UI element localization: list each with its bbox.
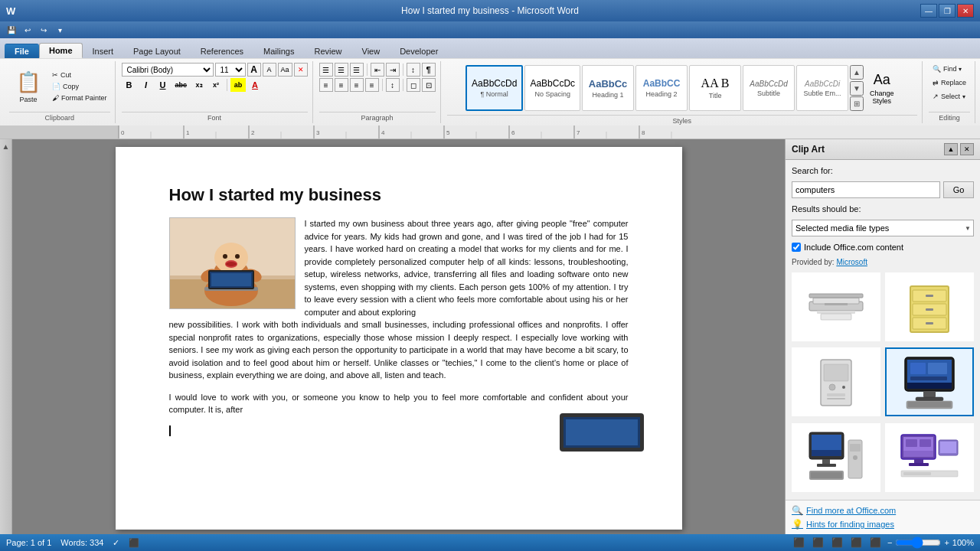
style-normal-preview: AaBbCcDd (472, 78, 517, 89)
full-screen-button[interactable]: ⬛ (811, 537, 825, 548)
line-spacing-button[interactable]: ↕ (386, 78, 400, 92)
redo-quick-button[interactable]: ↪ (37, 24, 51, 36)
panel-close-button[interactable]: ✕ (960, 143, 974, 155)
tab-developer[interactable]: Developer (390, 44, 448, 58)
inline-image[interactable] (169, 217, 296, 309)
tab-mailings[interactable]: Mailings (253, 44, 304, 58)
justify-button[interactable]: ≡ (365, 78, 379, 92)
results-type-select[interactable]: Selected media file types (792, 220, 974, 236)
clip-item-5[interactable] (792, 423, 880, 492)
format-painter-button[interactable]: 🖌 Format Painter (49, 93, 110, 103)
clip-item-1[interactable] (792, 272, 880, 341)
tab-view[interactable]: View (352, 44, 390, 58)
zoom-in-button[interactable]: + (944, 538, 949, 547)
font-grow-button[interactable]: A (247, 63, 261, 77)
decrease-indent-button[interactable]: ⇤ (371, 63, 384, 77)
restore-button[interactable]: ❐ (939, 4, 956, 18)
sort-button[interactable]: ↕ (407, 63, 420, 77)
save-quick-button[interactable]: 💾 (5, 24, 18, 36)
customize-quick-access-button[interactable]: ▾ (53, 24, 67, 36)
print-layout-button[interactable]: ⬛ (792, 537, 806, 548)
svg-rect-75 (916, 397, 943, 401)
text-highlight-button[interactable]: ab (230, 78, 246, 92)
document-area[interactable]: How I started my business (12, 139, 785, 534)
clip-item-4[interactable] (885, 347, 974, 416)
search-input[interactable] (792, 181, 940, 198)
change-styles-button[interactable]: Aa Change Styles (865, 69, 899, 108)
minimize-button[interactable]: — (920, 4, 937, 18)
tab-references[interactable]: References (191, 44, 253, 58)
zoom-slider[interactable] (895, 540, 941, 546)
paste-button[interactable]: 📋 Paste (9, 63, 47, 110)
select-button[interactable]: ↗ Select ▾ (929, 90, 969, 103)
tab-page-layout[interactable]: Page Layout (123, 44, 191, 58)
increase-indent-button[interactable]: ⇥ (386, 63, 400, 77)
tab-insert[interactable]: Insert (83, 44, 124, 58)
strikethrough-button[interactable]: abc (172, 78, 191, 92)
provided-by-text: Provided by: (792, 258, 836, 266)
font-color-button[interactable]: A (247, 78, 263, 92)
font-case-button[interactable]: Aa (278, 63, 292, 77)
numbering-button[interactable]: ☰ (335, 63, 348, 77)
font-size-select[interactable]: 11 (215, 63, 246, 77)
cut-button[interactable]: ✂ Cut (49, 70, 110, 80)
document-page[interactable]: How I started my business (116, 147, 682, 530)
style-title-item[interactable]: AA B Title (689, 65, 741, 111)
include-office-checkbox[interactable] (792, 243, 801, 252)
style-no-spacing-item[interactable]: AaBbCcDc No Spacing (524, 65, 580, 111)
tab-file[interactable]: File (5, 44, 39, 58)
style-subtitle-item[interactable]: AaBbCcDd Subtitle (743, 65, 795, 111)
shading-button[interactable]: ◻ (407, 78, 420, 92)
hints-link[interactable]: 💡 Hints for finding images (792, 519, 974, 530)
clear-formatting-button[interactable]: ✕ (294, 63, 308, 77)
outline-button[interactable]: ⬛ (849, 537, 864, 548)
superscript-button[interactable]: x² (208, 78, 224, 92)
center-button[interactable]: ≡ (335, 78, 348, 92)
clip-item-3[interactable] (792, 347, 880, 416)
close-button[interactable]: ✕ (957, 4, 974, 18)
clipboard-small-buttons: ✂ Cut 📄 Copy 🖌 Format Painter (49, 63, 110, 110)
align-left-button[interactable]: ≡ (319, 78, 333, 92)
clip-art-body: Search for: Go Results should be: Select… (786, 160, 980, 500)
svg-text:7: 7 (577, 129, 580, 136)
align-right-button[interactable]: ≡ (350, 78, 364, 92)
style-normal-item[interactable]: AaBbCcDd ¶ Normal (466, 65, 523, 111)
svg-point-34 (223, 254, 227, 259)
undo-quick-button[interactable]: ↩ (21, 24, 34, 36)
border-button[interactable]: ⊡ (422, 78, 436, 92)
style-heading1-item[interactable]: AaBbCc Heading 1 (582, 65, 634, 111)
copy-button[interactable]: 📄 Copy (49, 81, 110, 92)
style-heading2-item[interactable]: AaBbCC Heading 2 (635, 65, 688, 111)
font-shrink-button[interactable]: A (263, 63, 276, 77)
document-body[interactable]: I started my own business about three ye… (169, 217, 629, 436)
italic-button[interactable]: I (139, 78, 154, 92)
font-family-select[interactable]: Calibri (Body) (122, 63, 214, 77)
multilevel-button[interactable]: ☰ (350, 63, 364, 77)
panel-expand-button[interactable]: ▲ (944, 143, 958, 155)
zoom-out-button[interactable]: − (887, 538, 892, 547)
show-hide-button[interactable]: ¶ (422, 63, 436, 77)
bold-button[interactable]: B (122, 78, 137, 92)
style-subtle-em-item[interactable]: AaBbCcDi Subtle Em... (796, 65, 848, 111)
subscript-button[interactable]: x₂ (191, 78, 207, 92)
tab-home[interactable]: Home (39, 43, 83, 58)
web-layout-button[interactable]: ⬛ (830, 537, 844, 548)
underline-button[interactable]: U (155, 78, 171, 92)
draft-button[interactable]: ⬛ (868, 537, 883, 548)
go-button[interactable]: Go (943, 181, 974, 198)
styles-more-button[interactable]: ⊞ (850, 96, 864, 111)
styles-scroll-up-button[interactable]: ▲ (850, 65, 864, 80)
editing-group-content: 🔍 Find ▾ ⇄ Replace ↗ Select ▾ (929, 61, 970, 112)
microsoft-link[interactable]: Microsoft (836, 258, 867, 266)
find-more-link[interactable]: 🔍 Find more at Office.com (792, 505, 974, 516)
replace-button[interactable]: ⇄ Replace (929, 77, 970, 89)
clip-item-6[interactable] (885, 423, 974, 492)
clip-item-2[interactable] (885, 272, 974, 341)
ruler-svg: 012345678 (119, 126, 980, 139)
find-button[interactable]: 🔍 Find ▾ (929, 63, 966, 75)
tab-review[interactable]: Review (304, 44, 351, 58)
styles-scroll-down-button[interactable]: ▼ (850, 81, 864, 96)
svg-rect-48 (813, 298, 859, 304)
svg-rect-84 (850, 444, 861, 452)
bullets-button[interactable]: ☰ (319, 63, 333, 77)
